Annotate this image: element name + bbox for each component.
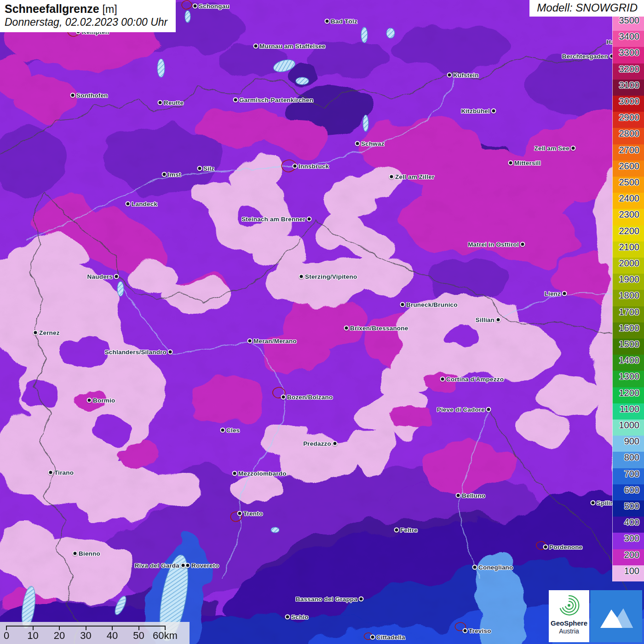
city-dot: [307, 217, 312, 222]
scalebar-label: 0: [4, 630, 9, 642]
city-dot: [562, 291, 567, 296]
city-label: Cles: [226, 427, 240, 434]
city-dot: [285, 615, 290, 620]
scalebar-label: 40: [107, 630, 118, 642]
city-label: Lienz: [544, 290, 561, 297]
scalebar: 0102030405060km: [0, 622, 190, 644]
geosphere-logo: GeoSphere Austria: [549, 590, 589, 642]
city-dot: [440, 377, 445, 382]
city-dot: [333, 441, 338, 446]
city-label: Landeck: [132, 201, 157, 207]
city-dot: [114, 274, 119, 279]
city-dot: [281, 395, 286, 400]
city-label: Tirano: [54, 469, 74, 476]
city-dot: [456, 493, 461, 498]
city-dot: [197, 166, 202, 171]
city-dot: [126, 201, 131, 207]
snowline-map-page: { "header": { "title": "Schneefallgrenze…: [0, 0, 644, 644]
scalebar-label: 30: [80, 630, 91, 642]
city-label: Schio: [291, 614, 309, 621]
city-label: Bienno: [79, 550, 100, 557]
city-dot: [158, 100, 163, 105]
city-label: Rovereto: [191, 562, 219, 569]
city-label: Zell am Ziller: [395, 173, 434, 180]
city-dot: [344, 326, 349, 331]
city-label: Bozen/Bolzano: [287, 394, 333, 401]
city-label: Matrei in Osttirol: [468, 241, 519, 248]
city-dot: [610, 54, 615, 59]
geosphere-name: GeoSphere: [551, 619, 587, 627]
city-label: Predazzo: [303, 440, 331, 447]
geosphere-swirl-icon: [557, 593, 581, 617]
city-label: Zell am See: [535, 145, 570, 152]
city-dot: [73, 551, 78, 556]
city-dot: [591, 500, 596, 506]
city-dot: [520, 242, 525, 247]
city-label: Imst: [168, 171, 181, 178]
city-label: Berchtesgaden: [562, 53, 608, 60]
city-dot: [162, 172, 167, 177]
city-label: Sillian: [476, 316, 494, 323]
mountain-icon: [590, 590, 642, 642]
model-label: Modell: SNOWGRID: [537, 1, 638, 14]
city-layer: SchongauBad TölzKemptenMurnau am Staffel…: [0, 0, 644, 644]
city-dot: [48, 470, 53, 475]
city-dot: [299, 274, 304, 279]
scalebar-label: 20: [54, 630, 65, 642]
city-dot: [293, 164, 298, 169]
city-dot: [253, 44, 259, 49]
city-dot: [193, 4, 198, 9]
partner-logo: [590, 590, 642, 642]
city-label: Schlanders/Silandro: [105, 349, 167, 356]
city-label: Conegliano: [478, 564, 513, 571]
city-dot: [370, 635, 375, 640]
city-label: Steinach am Brenner: [242, 216, 305, 223]
city-label: Silz: [203, 165, 214, 172]
city-dot: [394, 528, 399, 533]
city-label: Garmisch-Partenkirchen: [239, 97, 313, 104]
city-label: Kufstein: [453, 72, 479, 79]
city-label: Bruneck/Brunico: [406, 301, 458, 308]
city-label: Bormio: [93, 397, 115, 404]
city-label: Spilimbergo: [597, 500, 633, 506]
city-label: Trento: [243, 510, 263, 517]
city-label: Murnau am Staffelsee: [259, 43, 326, 50]
city-dot: [629, 40, 634, 45]
city-dot: [247, 339, 253, 344]
city-label: Sonthofen: [76, 92, 108, 99]
city-label: Bassano del Grappa: [296, 596, 357, 603]
city-dot: [400, 302, 405, 307]
city-dot: [233, 98, 238, 103]
city-dot: [486, 407, 491, 412]
scalebar-label: 50: [133, 630, 144, 642]
city-label: Nauders: [87, 273, 113, 280]
city-label: Kitzbühel: [461, 108, 490, 115]
city-label: Pordenone: [549, 544, 582, 551]
city-dot: [359, 597, 364, 602]
city-label: Belluno: [462, 492, 485, 499]
map-datetime: Donnerstag, 02.02.2023 00:00 Uhr: [5, 16, 167, 29]
city-dot: [232, 471, 237, 476]
city-dot: [33, 330, 38, 335]
scalebar-label: 60km: [153, 630, 178, 642]
map-title: Schneefallgrenze: [5, 2, 99, 15]
city-dot: [543, 545, 548, 550]
scalebar-label: 10: [27, 630, 38, 642]
city-dot: [508, 161, 513, 166]
city-label: Innsbruck: [299, 163, 329, 170]
city-dot: [472, 565, 477, 570]
city-label: Schongau: [199, 3, 230, 10]
geosphere-country: Austria: [559, 627, 579, 635]
city-label: Pieve di Cadore: [437, 406, 485, 413]
city-label: Brixen/Bressanone: [350, 325, 408, 332]
city-dot: [389, 174, 394, 179]
city-dot: [185, 563, 190, 568]
city-label: Zernez: [39, 329, 60, 336]
title-box: Schneefallgrenze [m] Donnerstag, 02.02.2…: [0, 0, 176, 32]
city-label: Meran/Merano: [253, 338, 297, 345]
city-label: Bad Tölz: [331, 18, 357, 25]
city-dot: [355, 141, 360, 146]
city-dot: [168, 350, 173, 355]
city-label: Cortina d'Ampezzo: [446, 376, 504, 383]
model-box: Modell: SNOWGRID: [529, 0, 644, 17]
